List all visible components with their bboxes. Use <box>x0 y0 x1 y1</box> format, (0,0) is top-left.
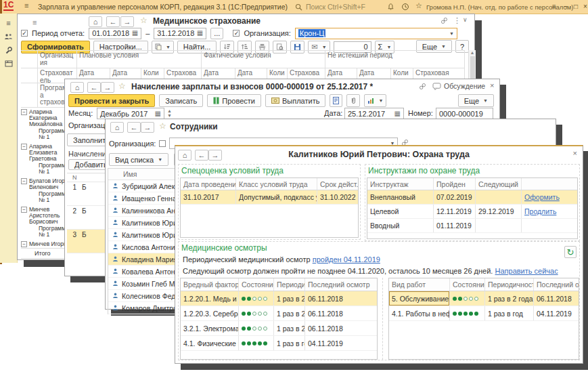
discussion-button[interactable]: Обсуждение <box>432 82 485 90</box>
period-from-value: 01.01.2018 <box>92 29 129 37</box>
favorite-star-icon[interactable]: ☆ <box>140 16 148 25</box>
post-and-close-button[interactable]: Провести и закрыть <box>68 94 155 107</box>
close-app-icon[interactable]: × <box>583 3 587 10</box>
period-checkbox[interactable]: ✓ <box>21 30 28 37</box>
send-now-link[interactable]: Направить сейчас <box>495 267 558 275</box>
home-icon[interactable]: ⌂ <box>89 16 102 27</box>
more-kebab-icon[interactable]: ⋮ <box>453 16 461 25</box>
collapse-expander-icon[interactable]: − <box>21 241 27 247</box>
forward-icon[interactable]: → <box>141 122 154 133</box>
briefing-row[interactable]: Целевой12.11.201929.12.2019Продлить <box>367 205 577 219</box>
history-clock-icon[interactable] <box>401 2 410 12</box>
collapse-expander-icon[interactable]: − <box>21 109 27 115</box>
number-field[interactable]: 0000-000019 <box>436 108 493 119</box>
status-dot <box>263 312 267 316</box>
person-icon <box>112 255 118 264</box>
month-stepper[interactable]: ▲▼ <box>167 108 172 118</box>
factor-row[interactable]: 3.2.1. Электромагнитно...1 раз в 2 г...0… <box>181 321 377 336</box>
current-user[interactable]: Громова Н.П. (Нач. отд. по работе с перс… <box>426 3 573 11</box>
dropdown-icon[interactable]: ▼ <box>449 31 454 36</box>
forward-icon[interactable]: → <box>101 82 114 93</box>
notifications-bell-icon[interactable] <box>386 2 395 12</box>
global-search[interactable]: Поиск Ctrl+Shift+F <box>294 2 365 12</box>
date-field[interactable]: 25.12.2017▦ <box>344 108 404 119</box>
tab-accruals[interactable]: Начисления <box>68 150 110 158</box>
colgroup-remaining: Не истекший период <box>325 50 465 68</box>
refresh-button[interactable]: ↻ <box>564 246 576 258</box>
briefing-cell: 07.02.2019 <box>434 190 476 204</box>
month-field[interactable]: Декабрь 2017▦ <box>97 108 164 119</box>
briefing-action-link[interactable]: Продлить <box>524 207 556 215</box>
period-to-field[interactable]: 31.12.2018▦ <box>154 28 206 39</box>
forward-icon[interactable]: → <box>120 16 134 27</box>
calendar-icon[interactable]: ▦ <box>197 30 203 37</box>
col-header: Последний осмотр <box>305 278 377 291</box>
status-dot <box>242 341 246 345</box>
period-from-field[interactable]: 01.01.2018▦ <box>89 28 141 39</box>
get-link-icon[interactable] <box>440 17 448 26</box>
favorite-star-icon[interactable]: ☆ <box>118 81 126 91</box>
status-dot <box>458 297 462 301</box>
view-list-button[interactable]: Вид списка▼ <box>109 153 168 166</box>
home-icon[interactable]: ⌂ <box>110 122 124 133</box>
close-window-icon[interactable]: × <box>490 81 494 89</box>
factor-row[interactable]: 4.1. Физические перегр...1 раз в год04.1… <box>181 336 377 351</box>
period-options-button[interactable]: ... <box>210 28 223 39</box>
form-menu-icon[interactable]: ≡ <box>32 18 37 26</box>
sidebar-menu-icon[interactable]: ≡ <box>0 16 17 30</box>
periodic-passed-link[interactable]: пройден 04.11.2019 <box>313 255 380 264</box>
period-dash: – <box>145 29 150 37</box>
factor-row[interactable]: 1.2.20.1. Медь и ее сое...1 раз в 2 г...… <box>181 291 377 306</box>
briefing-action-link[interactable]: Оформить <box>524 193 560 201</box>
period-label: Период отчета: <box>32 29 85 37</box>
row-number: 3 <box>67 230 78 253</box>
col-header <box>522 178 577 190</box>
sidebar-tools-wrench-icon[interactable] <box>0 43 17 57</box>
back-icon[interactable]: ← <box>106 16 120 27</box>
back-icon[interactable]: ← <box>127 122 141 133</box>
write-button[interactable]: Записать <box>159 94 203 107</box>
favorite-star-icon[interactable]: ☆ <box>159 121 166 131</box>
status-dot <box>258 341 262 345</box>
pay-button[interactable]: Выплатить <box>265 94 325 107</box>
factors-table[interactable]: Вредный фактор Состояние Периодичн... По… <box>180 278 378 360</box>
more-button[interactable]: Еще▼ <box>458 94 494 107</box>
briefing-row[interactable]: Вводный01.11.2019 <box>367 219 577 233</box>
window-menu-icon[interactable]: ≡ <box>552 3 556 10</box>
reports-icon[interactable]: ▼ <box>364 94 386 107</box>
sidebar-cardfile-icon[interactable] <box>0 57 17 70</box>
works-table[interactable]: Вид работ Состояние Периодичность Послед… <box>388 278 579 360</box>
back-icon[interactable]: ← <box>87 82 101 93</box>
collapse-expander-icon[interactable]: − <box>21 144 27 150</box>
work-row[interactable]: 4.1. Работы в нефтян...1 раз в год04.11.… <box>389 306 579 321</box>
close-window-icon[interactable]: × <box>573 149 577 157</box>
periodicity-cell: 1 раз в год <box>274 336 305 350</box>
calendar-icon[interactable]: ▦ <box>394 110 401 117</box>
factor-row[interactable]: 1.2.20.3. Серебро (Р) и ...1 раз в 2 г..… <box>181 306 377 321</box>
attachment-paperclip-icon[interactable] <box>346 94 360 107</box>
minimize-icon[interactable]: − <box>564 3 568 10</box>
calendar-icon[interactable]: ▦ <box>155 110 161 117</box>
briefing-row[interactable]: Внеплановый07.02.2019Оформить <box>367 190 577 205</box>
home-icon[interactable]: ⌂ <box>70 82 84 93</box>
collapse-expander-icon[interactable]: − <box>21 207 27 213</box>
org-field[interactable]: Крон-Ц ▼ <box>295 28 457 39</box>
org-checkbox[interactable] <box>159 140 166 147</box>
sout-table[interactable]: Дата проведения Класс условий труда Срок… <box>180 177 359 238</box>
calendar-icon[interactable]: ▦ <box>132 30 138 37</box>
sidebar-employees-icon[interactable] <box>0 30 17 43</box>
sout-row[interactable]: 31.10.2017 Допустимый, подкласс усло... … <box>181 190 358 205</box>
person-icon <box>112 231 118 239</box>
briefings-table[interactable]: Инструктаж Пройден Следующий Внеплановый… <box>367 177 578 239</box>
structure-icon[interactable] <box>330 94 342 107</box>
org-checkbox[interactable]: ✓ <box>233 30 240 37</box>
main-menu-icon[interactable]: ≡ <box>24 1 28 9</box>
maximize-icon[interactable]: □ <box>574 3 578 10</box>
post-button[interactable]: Провести <box>207 94 261 107</box>
get-link-icon[interactable] <box>419 83 426 91</box>
collapse-icon[interactable]: ∨ <box>463 16 468 23</box>
work-row[interactable]: 5. Обслуживание со...1 раз в 2 года06.11… <box>389 291 579 306</box>
collapse-expander-icon[interactable]: − <box>21 178 27 184</box>
row-text-fragment: Б <box>78 206 87 229</box>
favorites-star-icon[interactable]: ☆ <box>415 1 422 10</box>
